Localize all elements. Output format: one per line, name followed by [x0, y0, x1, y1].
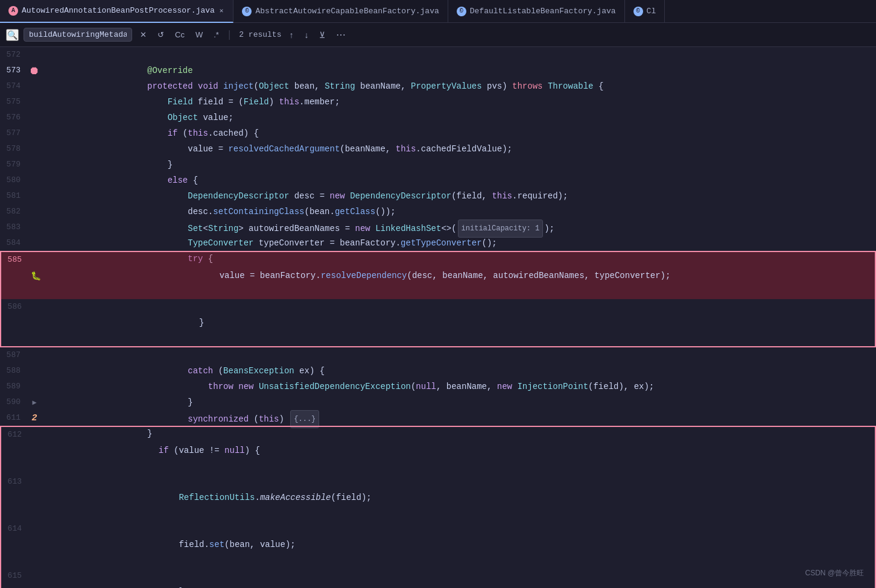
line-num-615: 615	[1, 568, 28, 588]
red-box-1: 585 🐛 value = beanFactory.resolveDepende…	[0, 251, 876, 347]
line-num-576: 576	[0, 110, 27, 125]
close-tab-autowired[interactable]: ✕	[218, 5, 225, 16]
line-num-574: 574	[0, 78, 27, 94]
code-585: value = beanFactory.resolveDependency(de…	[43, 252, 875, 299]
line-num-575: 575	[0, 94, 27, 110]
line-612: 612 if (value != null) {	[1, 427, 875, 474]
code-589: }	[42, 379, 876, 394]
tab-label-cl: Cl	[647, 7, 656, 16]
code-587: catch (BeansException ex) {	[42, 347, 876, 363]
line-num-585: 585	[1, 252, 28, 299]
tab-cl[interactable]: © Cl	[625, 0, 665, 23]
gutter-575	[27, 94, 42, 110]
code-572: @Override	[42, 47, 876, 63]
line-580: 580 DependencyDescriptor desc = new Depe…	[0, 172, 876, 188]
line-num-612: 612	[1, 427, 28, 474]
tab-abstract[interactable]: © AbstractAutowireCapableBeanFactory.jav…	[233, 0, 448, 23]
code-611: }	[42, 410, 876, 426]
line-611: 611 2 }	[0, 410, 876, 426]
code-573: protected void inject(Object bean, Strin…	[42, 63, 876, 78]
line-615: 615 }	[1, 568, 875, 588]
code-575: Object value;	[42, 94, 876, 110]
case-sensitive-button[interactable]: Cc	[172, 29, 188, 40]
refresh-search-button[interactable]: ↺	[154, 29, 167, 40]
line-578: 578 }	[0, 141, 876, 157]
line-num-582: 582	[0, 204, 27, 220]
code-614: field.set(bean, value);	[43, 521, 875, 568]
line-583: 583 TypeConverter typeConverter = beanFa…	[0, 220, 876, 235]
line-num-573: 573	[0, 63, 27, 78]
line-573: 573 ⏺ protected void inject(Object bean,…	[0, 63, 876, 78]
code-588: throw new UnsatisfiedDependencyException…	[42, 363, 876, 379]
code-578: }	[42, 141, 876, 157]
tab-icon-default: ©	[457, 7, 466, 16]
code-615: }	[43, 568, 875, 588]
line-614: 614 field.set(bean, value);	[1, 521, 875, 568]
gutter-588	[27, 363, 42, 379]
line-num-572: 572	[0, 47, 27, 63]
line-num-588: 588	[0, 363, 27, 379]
line-num-614: 614	[1, 521, 28, 568]
tab-label-default: DefaultListableBeanFactory.java	[470, 7, 616, 16]
code-574: Field field = (Field) this.member;	[42, 78, 876, 94]
gutter-574	[27, 78, 42, 94]
more-options-button[interactable]: ⋯	[333, 28, 349, 42]
line-581: 581 desc.setContainingClass(bean.getClas…	[0, 188, 876, 204]
line-586: 586 }	[1, 299, 875, 346]
gutter-580	[27, 172, 42, 188]
code-577: value = resolvedCachedArgument(beanName,…	[42, 125, 876, 141]
line-num-587: 587	[0, 347, 27, 363]
line-574: 574 Field field = (Field) this.member;	[0, 78, 876, 94]
search-toggle-button[interactable]: 🔍	[6, 29, 19, 41]
code-583: TypeConverter typeConverter = beanFactor…	[42, 220, 876, 235]
gutter-577	[27, 125, 42, 141]
clear-search-button[interactable]: ✕	[137, 29, 150, 40]
line-613: 613 ReflectionUtils.makeAccessible(field…	[1, 474, 875, 521]
search-divider: │	[227, 30, 232, 40]
tab-bar: A AutowiredAnnotationBeanPostProcessor.j…	[0, 0, 876, 23]
gutter-586	[28, 299, 43, 346]
code-576: if (this.cached) {	[42, 110, 876, 125]
line-588: 588 throw new UnsatisfiedDependencyExcep…	[0, 363, 876, 379]
line-590: 590 ▶ synchronized (this) {...}	[0, 394, 876, 410]
line-576: 576 if (this.cached) {	[0, 110, 876, 125]
prev-result-button[interactable]: ↑	[286, 29, 296, 41]
tab-autowired[interactable]: A AutowiredAnnotationBeanPostProcessor.j…	[0, 0, 233, 23]
whole-word-button[interactable]: W	[192, 29, 206, 40]
tab-default[interactable]: © DefaultListableBeanFactory.java	[448, 0, 625, 23]
red-box-2: 612 if (value != null) { 613 ReflectionU…	[0, 426, 876, 588]
line-582: 582 Set<String> autowiredBeanNames = new…	[0, 204, 876, 220]
line-num-580: 580	[0, 172, 27, 188]
code-586: }	[43, 299, 875, 346]
line-572: 572 @Override	[0, 47, 876, 63]
gutter-614	[28, 521, 43, 568]
line-589: 589 }	[0, 379, 876, 394]
line-num-584: 584	[0, 235, 27, 251]
line-577: 577 value = resolvedCachedArgument(beanN…	[0, 125, 876, 141]
regex-button[interactable]: .*	[211, 29, 222, 40]
line-num-613: 613	[1, 474, 28, 521]
gutter-572	[27, 47, 42, 63]
line-584: 584 try {	[0, 235, 876, 251]
fold-icon-590[interactable]: ▶	[32, 398, 36, 407]
tab-label-abstract: AbstractAutowireCapableBeanFactory.java	[255, 7, 439, 16]
code-590: synchronized (this) {...}	[42, 394, 876, 410]
filter-button[interactable]: ⊻	[316, 29, 328, 41]
line-587: 587 catch (BeansException ex) {	[0, 347, 876, 363]
search-input[interactable]	[24, 28, 132, 42]
gutter-590: ▶	[27, 394, 42, 410]
code-582: Set<String> autowiredBeanNames = new Lin…	[42, 204, 876, 220]
gutter-589	[27, 379, 42, 394]
line-num-589: 589	[0, 379, 27, 394]
code-580: DependencyDescriptor desc = new Dependen…	[42, 172, 876, 188]
line-num-586: 586	[1, 299, 28, 346]
tab-label-autowired: AutowiredAnnotationBeanPostProcessor.jav…	[22, 6, 215, 15]
code-579: else {	[42, 157, 876, 172]
next-result-button[interactable]: ↓	[301, 29, 311, 41]
gutter-615	[28, 568, 43, 588]
line-585: 585 🐛 value = beanFactory.resolveDepende…	[1, 252, 875, 299]
number2-icon: 2	[31, 413, 37, 423]
line-num-611: 611	[0, 410, 27, 426]
gutter-582	[27, 204, 42, 220]
code-613: ReflectionUtils.makeAccessible(field);	[43, 474, 875, 521]
